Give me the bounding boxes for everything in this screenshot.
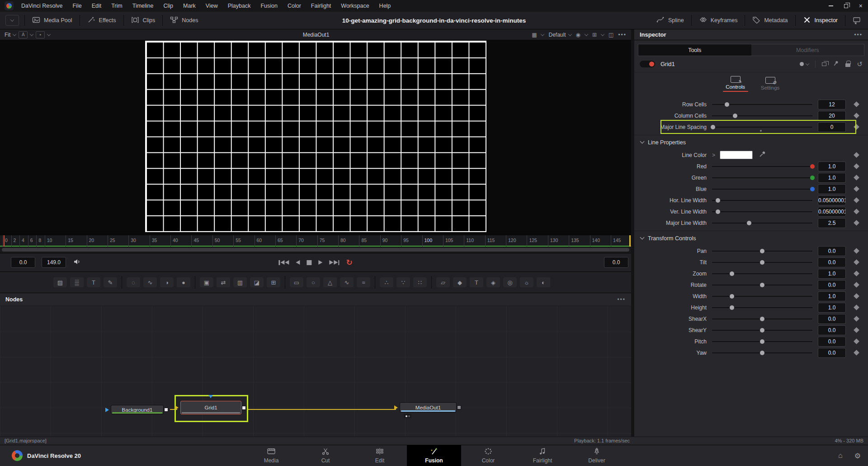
tab-modifiers[interactable]: Modifiers [751,44,864,56]
menu-item-davinci-resolve[interactable]: DaVinci Resolve [16,0,67,12]
restore-button[interactable] [844,4,848,8]
keyframe-diamond-icon[interactable] [854,259,859,265]
node-input-connector[interactable] [175,405,179,410]
param-value-field[interactable]: 0.0 [818,337,846,347]
tool-light-3d-icon[interactable]: ☼ [520,277,533,287]
lut-dropdown[interactable]: Default [548,32,571,38]
slider-thumb[interactable] [716,209,720,214]
param-slider[interactable] [712,166,812,167]
tool-text-3d-icon[interactable]: T [470,277,483,287]
node-mediaout1[interactable]: MediaOut1 [400,402,457,413]
param-value-field[interactable]: 0.0 [818,257,846,267]
slider-thumb[interactable] [711,125,715,129]
slider-thumb[interactable] [810,187,815,191]
param-slider[interactable] [712,273,812,274]
slider-thumb[interactable] [760,328,764,333]
menu-item-playback[interactable]: Playback [223,0,256,12]
param-slider[interactable] [712,211,812,212]
toolbar-button-nodes[interactable]: Nodes [163,12,205,29]
keyframe-diamond-icon[interactable] [854,338,859,344]
keyframe-diamond-icon[interactable] [854,220,859,226]
keyframe-diamond-icon[interactable] [854,113,859,119]
menu-item-mark[interactable]: Mark [178,0,201,12]
param-slider[interactable] [712,200,812,201]
keyframe-diamond-icon[interactable] [854,248,859,254]
tool-p-merge-icon[interactable]: ∵ [396,277,410,287]
slider-thumb[interactable] [730,305,734,310]
param-value-field[interactable]: 1.0 [818,162,846,171]
param-slider[interactable] [712,285,812,285]
tool-text-plus-icon[interactable]: T [87,277,100,287]
param-value-field[interactable]: 20 [818,111,846,121]
range-end-field[interactable]: 149.0 [42,257,66,268]
grid-overlay-icon[interactable]: ⊞ [592,32,597,38]
toolbar-button-keyframes[interactable]: Keyframes [692,12,745,29]
keyframe-diamond-icon[interactable] [854,293,859,299]
current-frame-field[interactable]: 0.0 [604,257,628,268]
menu-item-workspace[interactable]: Workspace [336,0,374,12]
param-slider[interactable] [712,262,812,263]
tool-merge-3d-icon[interactable]: ◈ [486,277,500,287]
keyframe-diamond-icon[interactable] [854,282,859,288]
viewer-channel-dropdown[interactable]: A [19,31,28,38]
timeline-ruler[interactable]: 0246810152025303540455055606570758085909… [0,235,631,247]
tool-image-plane-3d-icon[interactable]: ▱ [436,277,450,287]
layout-preset-dropdown[interactable] [5,15,19,26]
param-slider[interactable] [712,296,812,297]
menu-item-view[interactable]: View [201,0,223,12]
inspector-options-menu[interactable]: ••• [854,32,863,38]
slider-thumb[interactable] [810,176,815,180]
param-slider[interactable] [712,223,812,223]
param-slider[interactable] [712,307,812,308]
node-output-connector[interactable] [457,405,461,409]
param-value-field[interactable]: 0.05000001 [818,207,846,217]
param-value-field[interactable]: 1.0 [818,269,846,279]
param-value-field[interactable]: 1.0 [818,303,846,313]
tool-channel-booleans-icon[interactable]: ▥ [233,277,247,287]
keyframe-diamond-icon[interactable] [854,304,859,310]
keyframe-diamond-icon[interactable] [854,350,859,356]
page-deliver[interactable]: Deliver [570,445,624,466]
mute-icon[interactable] [73,258,81,267]
slider-thumb[interactable] [747,221,751,225]
menu-item-edit[interactable]: Edit [87,0,107,12]
tool-renderer-3d-icon[interactable]: ◐ [537,277,550,287]
param-value-field[interactable]: 0.0 [818,325,846,335]
menu-item-clip[interactable]: Clip [159,0,179,12]
param-slider[interactable] [712,115,812,116]
section-header-transform-controls[interactable]: Transform Controls [634,231,868,245]
node-graph[interactable]: Background1Grid1MediaOut1 [0,306,631,437]
node-enable-toggle[interactable] [640,61,655,67]
subtab-controls[interactable]: ✎ Controls [723,76,748,92]
tool-dissolve-icon[interactable]: ⇄ [217,277,230,287]
page-edit[interactable]: Edit [353,445,407,466]
toolbar-button-effects[interactable]: Effects [80,12,123,29]
keyframe-diamond-icon[interactable] [854,271,859,276]
viewer-options-menu[interactable]: ••• [618,32,627,38]
stop-button[interactable] [307,260,311,265]
param-slider[interactable] [712,189,812,190]
menu-item-fusion[interactable]: Fusion [255,0,283,12]
lock-icon[interactable] [845,63,850,67]
slider-thumb[interactable] [730,271,734,276]
tool-brightness-contrast-icon[interactable]: ◑ [160,277,174,287]
home-icon[interactable]: ⌂ [838,452,843,460]
param-slider[interactable] [712,104,812,105]
tool-shape-3d-icon[interactable]: ◆ [453,277,467,287]
go-to-start-button[interactable] [278,260,289,265]
play-button[interactable] [318,260,322,265]
node-input-connector[interactable] [394,405,398,410]
keyframe-diamond-icon[interactable] [854,327,859,333]
slider-thumb[interactable] [733,114,737,118]
slider-thumb[interactable] [725,102,729,107]
node-output-connector[interactable] [242,406,246,410]
menu-item-fairlight[interactable]: Fairlight [306,0,336,12]
param-value-field[interactable]: 12 [818,100,846,109]
keyframe-diamond-icon[interactable] [854,186,859,192]
keyframe-diamond-icon[interactable] [854,124,859,130]
node-output-connector[interactable] [164,408,168,412]
panel-divider[interactable] [631,29,634,437]
page-fusion[interactable]: Fusion [407,445,461,466]
param-value-field[interactable]: 0.0 [818,348,846,358]
panel-layout-toggle[interactable] [845,12,868,29]
